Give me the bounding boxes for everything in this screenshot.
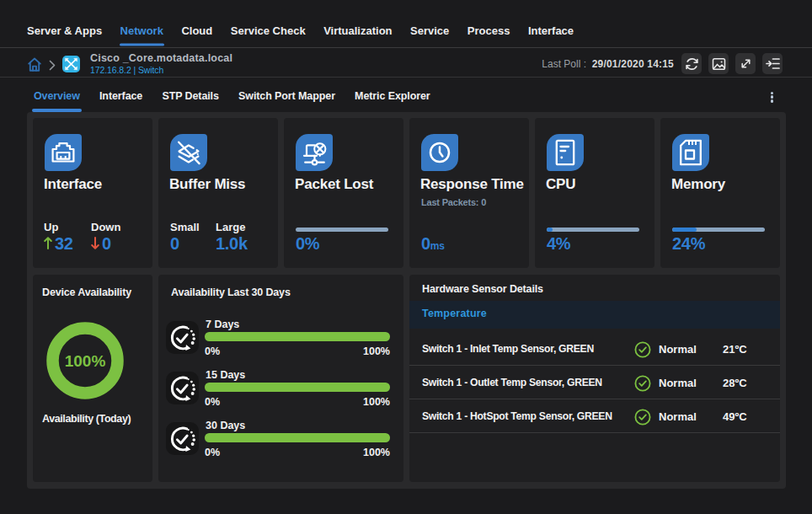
svg-text:100%: 100%	[65, 352, 106, 370]
